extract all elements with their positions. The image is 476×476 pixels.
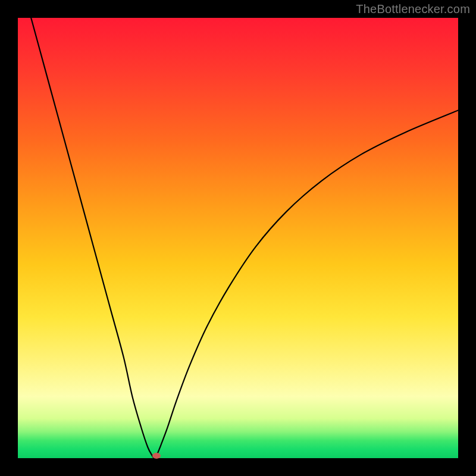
bottleneck-curve: [18, 18, 458, 458]
chart-container: TheBottlenecker.com: [0, 0, 476, 476]
plot-area: [18, 18, 458, 458]
curve-line: [31, 18, 458, 458]
optimum-marker: [152, 453, 161, 459]
attribution-text: TheBottlenecker.com: [356, 2, 470, 16]
